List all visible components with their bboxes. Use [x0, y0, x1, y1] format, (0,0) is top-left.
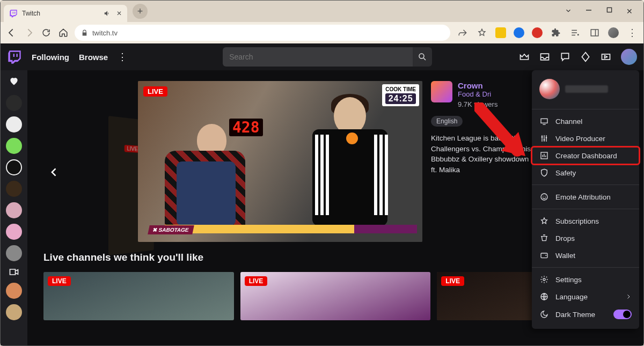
bits-icon[interactable] [580, 51, 591, 62]
extension-icon[interactable] [495, 27, 506, 38]
menu-settings[interactable]: Settings [532, 271, 639, 288]
dropdown-username [565, 85, 608, 93]
gear-icon [539, 275, 549, 284]
svg-point-11 [541, 194, 547, 200]
menu-subscriptions[interactable]: Subscriptions [532, 212, 639, 230]
rail-channel[interactable] [6, 283, 22, 299]
rail-camera-icon[interactable] [9, 267, 19, 277]
menu-language[interactable]: Language [532, 288, 639, 305]
moon-icon [539, 310, 549, 319]
rail-channel[interactable] [6, 138, 22, 154]
menu-safety[interactable]: Safety [532, 164, 639, 181]
rail-channel[interactable] [6, 224, 22, 240]
svg-point-9 [546, 137, 547, 138]
get-ad-free-icon[interactable] [601, 51, 611, 62]
tab-audio-icon[interactable] [104, 10, 111, 17]
search-input[interactable] [223, 47, 413, 67]
svg-rect-6 [541, 119, 547, 123]
nav-more-icon[interactable]: ⋮ [118, 51, 127, 63]
extension-icon[interactable] [532, 27, 543, 38]
menu-drops[interactable]: Drops [532, 230, 639, 247]
search-button[interactable] [413, 47, 432, 67]
carousel-prev-icon[interactable] [49, 167, 60, 178]
extension-icon[interactable] [514, 27, 524, 38]
featured-stream-player[interactable]: LIVE COOK TIME 24:25 428 ✖ SABOTAGE [138, 81, 422, 242]
nav-forward-icon[interactable] [23, 27, 35, 39]
wallet-icon [539, 251, 549, 260]
channel-card[interactable]: LIVE [240, 272, 431, 320]
menu-emote-attribution[interactable]: Emote Attribution [532, 188, 639, 205]
live-badge: LIVE [143, 86, 167, 97]
svg-point-1 [577, 34, 579, 35]
language-tag[interactable]: English [431, 116, 463, 127]
followed-heart-icon[interactable] [9, 76, 19, 86]
rail-channel[interactable] [6, 181, 22, 197]
window-close-icon[interactable]: ✕ [625, 7, 634, 16]
extensions-puzzle-icon[interactable] [550, 27, 562, 39]
nav-back-icon[interactable] [6, 27, 18, 39]
rail-channel[interactable] [6, 202, 22, 218]
shield-icon [539, 168, 549, 177]
inbox-icon[interactable] [539, 51, 550, 62]
playlist-icon[interactable] [569, 27, 581, 39]
whispers-icon[interactable] [560, 51, 570, 62]
menu-dark-theme[interactable]: Dark Theme [532, 305, 639, 323]
tab-title: Twitch [22, 10, 40, 17]
lock-icon [81, 30, 88, 36]
dark-theme-toggle[interactable] [613, 310, 632, 319]
menu-video-producer[interactable]: Video Producer [532, 130, 639, 147]
browser-toolbar: twitch.tv ⋮ [1, 22, 643, 43]
user-avatar[interactable] [621, 49, 637, 65]
svg-point-12 [543, 196, 543, 196]
dropdown-avatar [539, 79, 560, 99]
nav-home-icon[interactable] [57, 27, 69, 39]
rail-channel[interactable] [6, 116, 22, 132]
svg-point-8 [544, 139, 545, 141]
url-text: twitch.tv [92, 29, 118, 37]
streamer-avatar[interactable] [431, 81, 452, 102]
menu-wallet[interactable]: Wallet [532, 247, 639, 264]
channel-card[interactable]: LIVE [43, 272, 234, 320]
window-maximize-icon[interactable] [605, 7, 613, 16]
search-box[interactable] [223, 47, 432, 67]
cook-time-overlay: COOK TIME 24:25 [382, 84, 419, 106]
svg-point-7 [541, 136, 543, 138]
rail-channel[interactable] [6, 95, 22, 111]
stream-title[interactable]: Crown [458, 81, 497, 90]
dropdown-user-row[interactable] [532, 76, 639, 106]
sabotage-bar: ✖ SABOTAGE [165, 225, 417, 233]
browser-menu-icon[interactable]: ⋮ [626, 27, 638, 39]
prime-crown-icon[interactable] [519, 51, 530, 62]
profile-avatar-icon[interactable] [608, 27, 619, 38]
svg-rect-2 [591, 30, 598, 36]
address-bar[interactable]: twitch.tv [75, 25, 450, 41]
dashboard-icon [539, 151, 549, 160]
tab-close-icon[interactable]: ✕ [116, 10, 122, 17]
followed-channels-rail [1, 43, 27, 345]
star-icon [539, 217, 549, 225]
share-icon[interactable] [457, 27, 469, 39]
bookmark-star-icon[interactable] [476, 27, 488, 39]
rail-channel[interactable] [6, 245, 22, 261]
chevron-down-icon[interactable] [564, 7, 573, 16]
browser-titlebar: Twitch ✕ + ✕ [1, 1, 643, 22]
twitch-logo[interactable] [7, 49, 22, 64]
menu-creator-dashboard[interactable]: Creator Dashboard [532, 147, 639, 164]
site-top-nav: Following Browse ⋮ [1, 43, 643, 70]
stream-category[interactable]: Food & Dri [458, 90, 497, 98]
browser-tab[interactable]: Twitch ✕ [4, 5, 127, 22]
drops-icon [539, 234, 549, 242]
channel-icon [539, 117, 549, 126]
rail-channel[interactable] [6, 304, 22, 320]
nav-browse[interactable]: Browse [79, 53, 108, 62]
rail-channel[interactable] [6, 159, 22, 175]
svg-point-16 [543, 278, 545, 281]
globe-icon [539, 292, 549, 301]
new-tab-button[interactable]: + [133, 4, 148, 19]
nav-following[interactable]: Following [32, 53, 69, 62]
menu-channel[interactable]: Channel [532, 113, 639, 130]
svg-point-15 [545, 255, 546, 256]
nav-reload-icon[interactable] [40, 27, 52, 39]
window-minimize-icon[interactable] [584, 7, 593, 16]
side-panel-icon[interactable] [589, 27, 601, 39]
